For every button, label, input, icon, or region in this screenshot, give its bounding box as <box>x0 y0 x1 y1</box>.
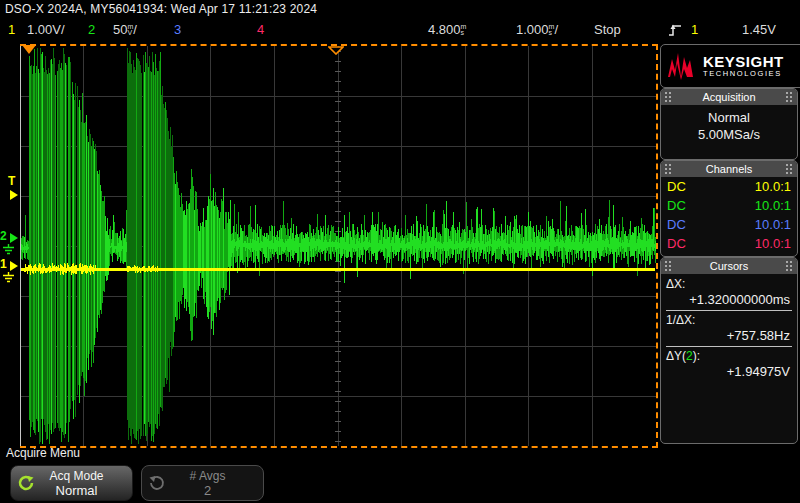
channel-row-1: DC10.0:1 <box>661 177 797 196</box>
cursors-panel: Cursors ΔX: +1.320000000ms 1/ΔX: +757.58… <box>660 257 798 444</box>
brand-name: KEYSIGHT <box>703 54 784 69</box>
ch1-button[interactable]: 1 <box>8 22 15 37</box>
delay-readout[interactable]: 4.800ms <box>428 22 466 37</box>
ch1-ground-icon <box>2 272 15 283</box>
acq-sample-rate: 5.00MSa/s <box>661 126 797 143</box>
cursor-dy-label: ΔY(2): <box>666 349 792 364</box>
ch3-button[interactable]: 3 <box>174 22 181 37</box>
delay-unit: ms <box>461 24 467 36</box>
keysight-logo: KEYSIGHT TECHNOLOGIES <box>660 44 800 88</box>
cursor-dy-value: +1.94975V <box>666 364 792 380</box>
softkey-num-avgs[interactable]: # Avgs 2 <box>141 465 264 501</box>
ch1-scale[interactable]: 1.00V/ <box>27 22 65 37</box>
grip-icon <box>786 92 793 103</box>
waveform-svg <box>20 46 656 446</box>
cursors-title: Cursors <box>672 260 786 272</box>
grip-icon <box>786 261 793 272</box>
trigger-level[interactable]: 1.45V <box>742 22 776 37</box>
status-bar: 1 1.00V/ 2 50mV/ 3 4 4.800ms 1.000ms/ St… <box>0 19 800 41</box>
softkey-acq-mode-text: Acq Mode Normal <box>35 469 118 498</box>
cursor-dx-value: +1.320000000ms <box>666 292 792 308</box>
ch2-ground-icon <box>2 244 15 255</box>
cursor-dx-label: ΔX: <box>666 277 792 292</box>
grip-icon <box>665 261 672 272</box>
softkey-label: # Avgs <box>166 469 249 483</box>
grip-icon <box>665 92 672 103</box>
menu-title: Acquire Menu <box>6 446 80 460</box>
instrument-title: DSO-X 2024A, MY56041934: Wed Apr 17 11:2… <box>5 2 317 16</box>
keysight-spark-icon <box>667 51 697 81</box>
channel-row-3: DC10.0:1 <box>661 215 797 234</box>
brand-sub: TECHNOLOGIES <box>703 69 784 78</box>
trigger-edge-icon <box>668 23 682 40</box>
timebase-readout[interactable]: 1.000ms/ <box>516 22 558 37</box>
divider <box>666 310 792 311</box>
softkey-value: 2 <box>166 483 249 498</box>
cursors-header[interactable]: Cursors <box>661 258 797 274</box>
channels-title: Channels <box>672 163 786 175</box>
channel-row-4: DC10.0:1 <box>661 234 797 253</box>
trigger-level-letter: T <box>8 174 28 188</box>
divider <box>666 346 792 347</box>
ch2-button[interactable]: 2 <box>88 22 95 37</box>
grip-icon <box>665 164 672 175</box>
trigger-source[interactable]: 1 <box>691 22 698 37</box>
oscilloscope-screen: DSO-X 2024A, MY56041934: Wed Apr 17 11:2… <box>0 0 800 503</box>
run-state[interactable]: Stop <box>594 22 621 37</box>
cursor-invdx-label: 1/ΔX: <box>666 313 792 328</box>
softkey-value: Normal <box>35 483 118 498</box>
channels-panel: Channels DC10.0:1 DC10.0:1 DC10.0:1 DC10… <box>660 160 798 257</box>
ch1-ground-marker[interactable] <box>10 261 18 271</box>
acq-mode-value: Normal <box>661 109 797 126</box>
cursor-invdx-value: +757.58Hz <box>666 328 792 344</box>
softkey-label: Acq Mode <box>35 469 118 483</box>
ch2-ground-marker[interactable] <box>10 233 18 243</box>
acquisition-header[interactable]: Acquisition <box>661 89 797 105</box>
ch2-scale[interactable]: 50mV/ <box>113 22 137 37</box>
acquisition-title: Acquisition <box>672 91 786 103</box>
channels-header[interactable]: Channels <box>661 161 797 177</box>
channel-row-2: DC10.0:1 <box>661 196 797 215</box>
time-reference-marker <box>328 46 344 55</box>
grip-icon <box>786 164 793 175</box>
softkey-num-avgs-text: # Avgs 2 <box>166 469 249 498</box>
waveform-display <box>20 44 658 448</box>
rotate-knob-icon <box>148 474 166 492</box>
rotate-knob-icon <box>17 474 35 492</box>
trigger-level-marker[interactable] <box>10 190 18 200</box>
softkey-acq-mode[interactable]: Acq Mode Normal <box>10 465 133 501</box>
ch4-button[interactable]: 4 <box>257 22 264 37</box>
trigger-time-marker[interactable] <box>22 45 36 54</box>
acquisition-panel: Acquisition Normal 5.00MSa/s <box>660 88 798 160</box>
